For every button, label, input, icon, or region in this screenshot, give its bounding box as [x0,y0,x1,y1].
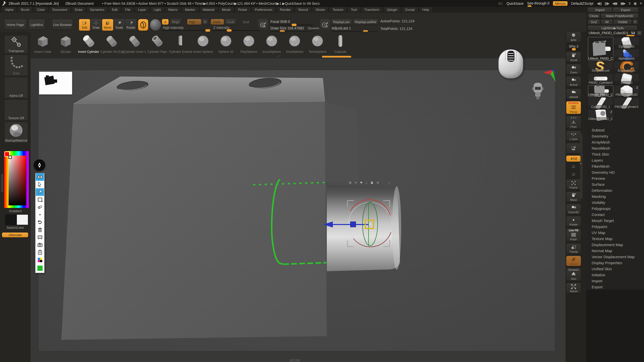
tool-thumb-umesh-pm3d-c[interactable]: UMesh_PM3D_C [588,85,613,97]
section-export[interactable]: Export [586,284,644,290]
section-subtool[interactable]: Subtool [586,127,644,133]
a-button[interactable]: A [162,19,169,25]
section-polypaint[interactable]: Polypaint [586,224,644,230]
stroke-badge[interactable]: S [258,19,268,30]
brush-cylinder-no-edg[interactable]: Cylinder No Edg [100,33,123,54]
strip-transp-button[interactable]: Transp [566,244,581,254]
section-vector-displacement-map[interactable]: Vector Displacement Map [586,254,644,260]
see-through-slider[interactable]: See-through 0 [527,1,549,7]
menus-button[interactable]: Menus [553,1,568,6]
gradient-picker[interactable] [4,151,29,208]
section-texture-map[interactable]: Texture Map [586,236,644,242]
strip-ghost-button[interactable]: Ghost [566,256,581,266]
brush-polysphere[interactable]: PolySphere [238,33,260,54]
tool-r-button[interactable]: R [637,31,642,36]
annotation-rectangle-tool[interactable] [36,196,44,203]
gizmo-home-icon[interactable]: ⌂ [366,181,368,185]
menu-texture[interactable]: Texture [330,7,346,12]
section-deformation[interactable]: Deformation [586,188,644,194]
strip-scrollbar[interactable] [322,56,351,58]
goz-button[interactable]: GoZ [588,20,600,24]
menu-macro[interactable]: Macro [165,7,180,12]
dock-right-icon[interactable]: ▣▶ [620,2,625,5]
restore-icon[interactable]: ▣ [634,2,636,5]
annotation-trash-tool[interactable] [36,226,44,234]
make-polymesh3d-button[interactable]: Make PolyMesh3D [601,14,638,18]
menu-stencil[interactable]: Stencil [295,7,311,12]
strip-camlock-button[interactable] [566,143,581,153]
tool-thumb-eraserbrush[interactable]: EraserBrush [614,61,639,73]
rgb-intensity-slider[interactable] [162,30,211,31]
rotate-mode-button[interactable]: RRotate [125,19,136,31]
tool-thumb-pm3d-cylinder3[interactable]: PM3D_Cylinder3 [588,73,613,85]
menu-picker[interactable]: Picker [235,7,250,12]
annotation-marker-tool[interactable] [36,188,44,196]
tool-thumb-cylinder3d-1[interactable]: Cylinder3D_1 [588,97,613,109]
annotation-cursor-tool[interactable] [36,181,44,188]
zsub-button[interactable]: Zsub [225,19,236,25]
strip-solo-button[interactable]: DynamicSolo [566,268,581,281]
section-nanomesh[interactable]: NanoMesh [586,145,644,151]
tray-startupmaterial[interactable]: StartupMaterial [4,122,28,143]
tray-transpose[interactable]: Transpose [4,35,28,54]
annotation-eraser-tool[interactable] [36,203,44,211]
strip-l-sym-button[interactable]: L.Sym [566,131,581,141]
dots-stroke-badge[interactable]: D [320,19,330,30]
tool-thumb-umesh-pm3d-c[interactable]: UMesh_PM3D_C [588,37,613,61]
visible-button[interactable]: Visible [614,20,632,24]
gizmo-gear-icon[interactable]: ⚙ [349,181,352,185]
shelf-shrink-right-icon[interactable]: ||||▶ [605,2,609,5]
tray-scroll-hatch[interactable] [1,174,3,192]
annotation-swatch-tool[interactable] [36,264,44,273]
strip-scroll-arrows-icon[interactable]: ▲▼ [276,55,281,57]
lightbox-tools-button[interactable]: Lightbox▶Tools [588,26,637,30]
section-initialize[interactable]: Initialize [586,272,644,278]
goz-r-button[interactable]: R [633,20,638,24]
main-color-swatch[interactable] [5,214,17,225]
current-tool-slider[interactable] [626,35,634,36]
shelf-shrink-left-icon[interactable]: ◀|||| [597,2,602,5]
strip-rotz[interactable]: z [566,172,581,177]
replay-last-rel-button[interactable]: ReplayLastRel [353,19,378,25]
tool-thumb-alphabrush[interactable]: AlphaBrush [614,49,639,61]
zcut-button[interactable]: Zcut [241,19,251,25]
section-preview[interactable]: Preview [586,175,644,182]
live-boolean-button[interactable]: Live Boolean [52,20,72,30]
menu-zplugin[interactable]: Zplugin [384,7,400,12]
menu-file[interactable]: File [122,7,133,12]
tool-thumb-simplebrush[interactable]: SSSimpleBrush [588,61,613,73]
menu-material[interactable]: Material [200,7,217,12]
menu-layer[interactable]: Layer [135,7,149,12]
current-material-sphere[interactable] [150,19,161,31]
gizmo-reset-icon[interactable]: ↺ [376,181,379,185]
section-visibility[interactable]: Visibility [586,200,644,206]
menu-marker[interactable]: Marker [182,7,198,12]
brush-cylinder-pipe[interactable]: Cylinder Pipe [146,33,168,54]
tray-texture-off[interactable]: Texture Off [4,99,28,121]
section-displacement-map[interactable]: Displacement Map [586,242,644,248]
move-mode-button[interactable]: MMove [102,19,113,31]
brush-cylinder-extend[interactable]: Cylinder Extend [169,33,191,54]
gizmo-collapse-icon[interactable]: ─ [388,181,390,185]
menu-light[interactable]: Light [151,7,164,12]
strip-rotate-button[interactable]: Rotate [566,216,581,227]
canvas-scroll-arrows-icon[interactable]: ▲▼ [290,359,300,362]
strip-roty[interactable]: y [566,164,581,169]
tool-export-top-button[interactable]: Export [613,8,638,12]
menu-edit[interactable]: Edit [109,7,120,12]
strip-polyf-button[interactable]: Line FillPolyF [566,229,581,241]
tool-thumb-umesh-pm3d-c[interactable]: 2UMesh_PM3D_C [588,109,613,121]
document-area[interactable]: ⚙✛⚑⌂↺─ [38,70,555,351]
tool-thumb-cube3d[interactable]: Cube3D [614,73,639,85]
replay-last-button[interactable]: ReplayLast [331,19,352,25]
secondary-color-swatch[interactable] [17,214,28,225]
minimize-icon[interactable]: ⊻ [628,2,631,5]
z-intensity-slider[interactable] [212,30,260,31]
brush-cylinder-inner-l[interactable]: Cylinder Inner L [123,33,145,54]
section-normal-map[interactable]: Normal Map [586,248,644,254]
zadd-button[interactable]: Zadd [211,19,224,25]
menu-alpha[interactable]: Alpha [2,7,16,12]
right-scroll-hatch[interactable]: ▶ [580,134,583,199]
strip-scroll-button[interactable]: Scroll [566,52,581,62]
menu-preferences[interactable]: Preferences [252,7,275,12]
